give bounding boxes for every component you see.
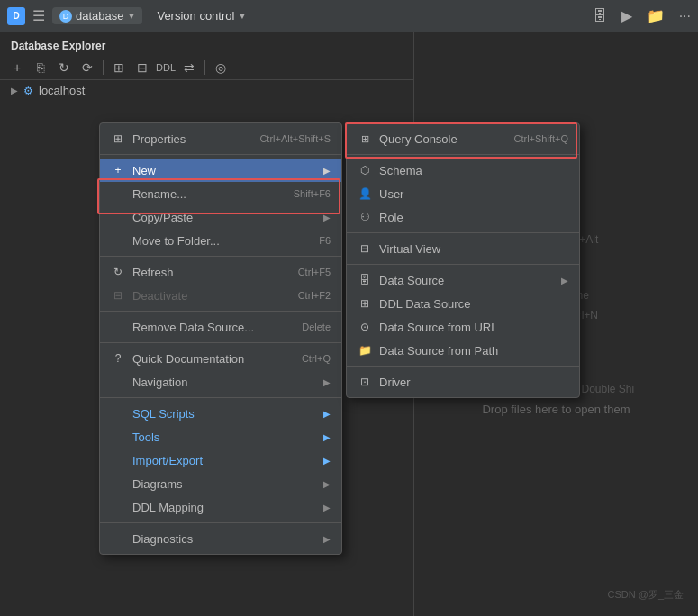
titlebar-actions: 🗄 ▶ 📁 ··· — [593, 7, 691, 24]
sub-ddl-data-source-label: DDL Data Source — [379, 297, 568, 311]
sub-driver[interactable]: ⊡ Driver — [347, 370, 579, 394]
sub-data-source-path[interactable]: 📁 Data Source from Path — [347, 339, 579, 362]
ctx-remove[interactable]: Remove Data Source... Delete — [100, 315, 341, 339]
ctx-properties-label: Properties — [132, 132, 238, 146]
ctx-sql-arrow: ▶ — [323, 409, 331, 419]
ctx-copypaste-arrow: ▶ — [323, 213, 331, 222]
sub-query-console[interactable]: ⊞ Query Console Ctrl+Shift+Q — [347, 127, 579, 150]
drop-hint: Drop files here to open them — [482, 403, 630, 416]
ctx-sep-6 — [100, 522, 341, 523]
refresh-button[interactable]: ↻ — [54, 58, 74, 77]
db-name: database — [76, 9, 124, 23]
folder-icon[interactable]: 📁 — [647, 7, 665, 24]
ctx-ddlmapping[interactable]: DDL Mapping ▶ — [100, 495, 341, 519]
localhost-item[interactable]: ▶ ⚙ localhost — [0, 80, 413, 101]
vc-selector[interactable]: Version control ▼ — [150, 7, 253, 24]
remove-icon — [111, 320, 125, 334]
ctx-deactivate: ⊟ Deactivate Ctrl+F2 — [100, 284, 341, 307]
data-source-icon: 🗄 — [358, 273, 372, 287]
add-button[interactable]: + — [7, 58, 27, 77]
ctx-sep-5 — [100, 397, 341, 398]
virtual-view-icon: ⊟ — [358, 241, 372, 256]
table-icon[interactable]: ⊞ — [109, 58, 129, 77]
ctx-import[interactable]: Import/Export ▶ — [100, 448, 341, 472]
sidebar-title: Database Explorer — [0, 32, 413, 56]
ctx-new-label: New — [132, 164, 316, 177]
ctx-tools[interactable]: Tools ▶ — [100, 425, 341, 448]
ctx-move[interactable]: Move to Folder... F6 — [100, 229, 341, 252]
navigation-icon — [111, 375, 125, 389]
more-icon[interactable]: ··· — [679, 8, 691, 24]
copypaste-icon — [111, 210, 125, 224]
ctx-diagnostics[interactable]: Diagnostics ▶ — [100, 527, 341, 550]
ctx-deactivate-shortcut: Ctrl+F2 — [298, 290, 331, 301]
properties-icon: ⊞ — [111, 131, 125, 146]
tools-icon — [111, 430, 125, 444]
vc-label: Version control — [157, 9, 234, 23]
sub-sep-1 — [347, 154, 579, 155]
sub-sep-4 — [347, 366, 579, 367]
new-submenu: ⊞ Query Console Ctrl+Shift+Q ⬡ Schema 👤 … — [346, 122, 580, 398]
sub-schema[interactable]: ⬡ Schema — [347, 159, 579, 182]
ctx-move-shortcut: F6 — [319, 235, 331, 246]
chevron-right-icon: ▶ — [11, 86, 18, 95]
quickdoc-icon: ? — [111, 351, 125, 366]
vc-chevron-icon: ▼ — [238, 12, 246, 21]
grid-icon[interactable]: ⊟ — [132, 58, 152, 77]
rename-icon — [111, 186, 125, 201]
driver-icon: ⊡ — [358, 375, 372, 389]
sync-button[interactable]: ⟳ — [77, 58, 97, 77]
sub-data-source-label: Data Source — [379, 274, 554, 287]
sub-virtual-view-label: Virtual View — [379, 242, 568, 256]
sub-role-label: Role — [379, 211, 568, 224]
ctx-quickdoc[interactable]: ? Quick Documentation Ctrl+Q — [100, 347, 341, 370]
sub-user[interactable]: 👤 User — [347, 182, 579, 205]
ctx-remove-label: Remove Data Source... — [132, 321, 280, 334]
sub-data-source[interactable]: 🗄 Data Source ▶ — [347, 268, 579, 292]
ctx-navigation[interactable]: Navigation ▶ — [100, 370, 341, 394]
ctx-sep-4 — [100, 342, 341, 343]
ctx-sql[interactable]: SQL Scripts ▶ — [100, 402, 341, 425]
ctx-copypaste[interactable]: Copy/Paste ▶ — [100, 205, 341, 229]
ctx-rename[interactable]: Rename... Shift+F6 — [100, 182, 341, 205]
sub-data-source-arrow: ▶ — [561, 276, 568, 285]
ddlmapping-icon — [111, 500, 125, 514]
toolbar-divider — [103, 60, 104, 75]
ctx-ddlmapping-arrow: ▶ — [323, 503, 331, 512]
db-selector[interactable]: D database ▼ — [52, 7, 142, 24]
run-icon[interactable]: ▶ — [621, 7, 632, 24]
sub-role[interactable]: ⚇ Role — [347, 205, 579, 229]
sub-schema-label: Schema — [379, 164, 568, 177]
arrow-icon[interactable]: ⇄ — [179, 58, 199, 77]
sub-data-source-path-label: Data Source from Path — [379, 344, 568, 358]
ctx-remove-shortcut: Delete — [302, 322, 331, 332]
data-source-url-icon: ⊙ — [358, 320, 372, 334]
ctx-refresh[interactable]: ↻ Refresh Ctrl+F5 — [100, 260, 341, 284]
eye-icon[interactable]: ◎ — [211, 58, 231, 77]
sub-data-source-url[interactable]: ⊙ Data Source from URL — [347, 315, 579, 339]
hamburger-icon[interactable]: ☰ — [32, 7, 45, 24]
diagnostics-icon — [111, 531, 125, 546]
db-icon: D — [59, 10, 72, 23]
ddl-button[interactable]: DDL — [156, 58, 176, 77]
user-icon: 👤 — [358, 186, 372, 201]
ctx-diagnostics-arrow: ▶ — [323, 534, 331, 544]
ctx-deactivate-label: Deactivate — [132, 289, 276, 303]
sub-query-console-label: Query Console — [379, 132, 492, 146]
ctx-sep-1 — [100, 154, 341, 155]
ctx-tools-label: Tools — [132, 430, 316, 444]
copy-datasource-button[interactable]: ⎘ — [31, 58, 50, 77]
sub-ddl-data-source[interactable]: ⊞ DDL Data Source — [347, 292, 579, 315]
ctx-diagrams-label: Diagrams — [132, 477, 316, 491]
ctx-import-arrow: ▶ — [323, 456, 331, 466]
sub-sep-2 — [347, 232, 579, 233]
ctx-properties[interactable]: ⊞ Properties Ctrl+Alt+Shift+S — [100, 127, 341, 150]
ctx-move-label: Move to Folder... — [132, 234, 297, 248]
ctx-diagrams[interactable]: Diagrams ▶ — [100, 472, 341, 495]
schema-icon: ⬡ — [358, 163, 372, 177]
ctx-new[interactable]: + New ▶ — [100, 159, 341, 182]
sub-virtual-view[interactable]: ⊟ Virtual View — [347, 237, 579, 260]
ctx-sep-2 — [100, 256, 341, 257]
titlebar: D ☰ D database ▼ Version control ▼ 🗄 ▶ 📁… — [0, 0, 698, 32]
database-icon[interactable]: 🗄 — [593, 8, 607, 24]
